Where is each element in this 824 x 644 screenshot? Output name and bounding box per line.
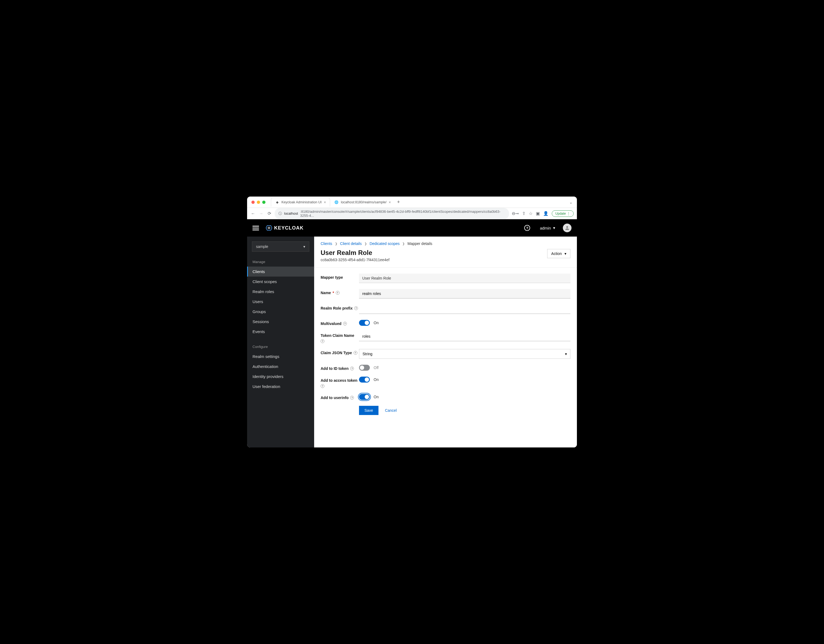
token-claim-input[interactable] <box>359 332 570 341</box>
toolbar-icons: ⊖⊸ ⇧ ☆ ▣ 👤 Update⋮ <box>512 211 573 217</box>
id-token-toggle[interactable] <box>359 365 370 370</box>
person-icon <box>564 225 570 231</box>
sidebar-item-client-scopes[interactable]: Client scopes <box>247 277 314 287</box>
sidebar-item-clients[interactable]: Clients <box>247 267 314 277</box>
avatar[interactable] <box>563 224 572 232</box>
minimize-window-icon[interactable] <box>257 201 260 204</box>
help-icon[interactable]: ? <box>336 291 340 295</box>
required-indicator: * <box>332 290 334 295</box>
svg-point-2 <box>566 226 568 228</box>
caret-down-icon: ▾ <box>303 244 305 249</box>
close-tab-icon[interactable]: × <box>389 200 391 204</box>
label-realm-role-prefix: Realm Role prefix <box>321 306 352 310</box>
help-icon[interactable]: ? <box>321 339 324 343</box>
password-key-icon[interactable]: ⊖⊸ <box>512 211 519 216</box>
browser-tabs: ◆ Keycloak Administration UI × 🌐 localho… <box>271 198 402 207</box>
breadcrumb-link-dedicated-scopes[interactable]: Dedicated scopes <box>370 241 400 246</box>
help-icon[interactable]: ? <box>321 384 324 388</box>
titlebar: ◆ Keycloak Administration UI × 🌐 localho… <box>247 197 577 208</box>
toggle-state-text: On <box>374 395 379 399</box>
sidebar-item-groups[interactable]: Groups <box>247 307 314 317</box>
bookmark-icon[interactable]: ☆ <box>529 211 533 216</box>
globe-favicon-icon: 🌐 <box>334 200 339 204</box>
tab-title: Keycloak Administration UI <box>281 200 322 204</box>
menu-toggle-button[interactable] <box>252 225 259 231</box>
sidebar-item-realm-roles[interactable]: Realm roles <box>247 287 314 297</box>
label-name: Name <box>321 290 331 295</box>
help-icon[interactable]: ? <box>354 351 357 355</box>
toggle-state-text: On <box>374 321 379 325</box>
sidebar-item-events[interactable]: Events <box>247 327 314 337</box>
label-mapper-type: Mapper type <box>321 274 359 280</box>
help-button[interactable]: ? <box>524 225 530 231</box>
keycloak-logo[interactable]: KEYCLOAK <box>266 224 304 231</box>
page-title: User Realm Role <box>321 249 390 257</box>
url-path: :8180/admin/master/console/#/sample/clie… <box>300 209 505 218</box>
toggle-state-text: Off <box>374 366 378 370</box>
label-add-to-userinfo: Add to userinfo <box>321 395 349 400</box>
username: admin <box>540 226 551 231</box>
name-input[interactable] <box>359 289 570 298</box>
close-window-icon[interactable] <box>251 201 255 204</box>
url-host: localhost <box>284 211 298 215</box>
save-button[interactable]: Save <box>359 406 378 415</box>
kebab-icon: ⋮ <box>567 212 570 215</box>
help-icon[interactable]: ? <box>354 306 358 310</box>
breadcrumb-link-clients[interactable]: Clients <box>321 241 332 246</box>
browser-tab-localhost[interactable]: 🌐 localhost:8180/realms/sample/ × <box>331 198 395 207</box>
breadcrumb-link-client-details[interactable]: Client details <box>340 241 362 246</box>
help-icon[interactable]: ? <box>343 322 347 326</box>
back-button[interactable]: ← <box>251 211 256 216</box>
label-token-claim-name: Token Claim Name <box>321 334 354 338</box>
reload-button[interactable]: ⟳ <box>267 211 272 216</box>
brand-text: KEYCLOAK <box>274 225 304 231</box>
address-bar: ← → ⟳ ⓘ localhost:8180/admin/master/cons… <box>247 208 577 219</box>
profile-icon[interactable]: 👤 <box>543 211 549 216</box>
userinfo-toggle[interactable] <box>359 394 370 400</box>
sidebar-item-identity-providers[interactable]: Identity providers <box>247 372 314 381</box>
page-header: User Realm Role cc8a0b63-3255-4f54-a8d1-… <box>314 248 577 267</box>
update-button[interactable]: Update⋮ <box>552 211 573 217</box>
sidebar-item-realm-settings[interactable]: Realm settings <box>247 352 314 361</box>
share-icon[interactable]: ⇧ <box>522 211 526 216</box>
app-topbar: KEYCLOAK ? admin ▾ <box>247 219 577 237</box>
help-icon[interactable]: ? <box>350 396 354 400</box>
traffic-lights <box>251 201 266 204</box>
prefix-input[interactable] <box>359 304 570 314</box>
sidebar-item-authentication[interactable]: Authentication <box>247 361 314 372</box>
breadcrumb-current: Mapper details <box>407 241 432 246</box>
content-area: Clients ❯ Client details ❯ Dedicated sco… <box>314 237 577 447</box>
maximize-window-icon[interactable] <box>262 201 266 204</box>
multivalued-toggle[interactable] <box>359 320 370 326</box>
user-menu[interactable]: admin ▾ <box>540 226 555 231</box>
sidebar-item-users[interactable]: Users <box>247 297 314 307</box>
page-subtitle: cc8a0b63-3255-4f54-a8d1-7f44311ee4ef <box>321 258 390 262</box>
action-menu-button[interactable]: Action ▾ <box>547 249 570 258</box>
keycloak-favicon-icon: ◆ <box>275 200 279 204</box>
browser-window: ◆ Keycloak Administration UI × 🌐 localho… <box>247 197 577 447</box>
close-tab-icon[interactable]: × <box>324 200 326 204</box>
tabs-overflow-icon[interactable]: ⌄ <box>569 200 573 204</box>
chevron-right-icon: ❯ <box>364 242 367 246</box>
json-type-select[interactable]: String ▾ <box>359 349 570 359</box>
sidebar-item-sessions[interactable]: Sessions <box>247 317 314 327</box>
extensions-icon[interactable]: ▣ <box>536 211 540 216</box>
label-claim-json-type: Claim JSON Type <box>321 350 352 355</box>
field-mapper-type: User Realm Role <box>359 274 570 283</box>
label-multivalued: Multivalued <box>321 321 341 326</box>
chevron-right-icon: ❯ <box>335 242 337 246</box>
browser-tab-keycloak[interactable]: ◆ Keycloak Administration UI × <box>271 198 330 207</box>
sidebar-item-user-federation[interactable]: User federation <box>247 381 314 392</box>
help-icon[interactable]: ? <box>350 367 354 370</box>
forward-button[interactable]: → <box>258 211 264 216</box>
cancel-button[interactable]: Cancel <box>385 406 397 415</box>
realm-selector[interactable]: sample ▾ <box>252 241 309 252</box>
label-add-to-id-token: Add to ID token <box>321 366 349 370</box>
caret-down-icon: ▾ <box>553 226 555 231</box>
access-token-toggle[interactable] <box>359 377 370 383</box>
new-tab-button[interactable]: + <box>395 199 402 205</box>
url-input[interactable]: ⓘ localhost:8180/admin/master/console/#/… <box>275 208 509 219</box>
site-info-icon[interactable]: ⓘ <box>278 211 282 216</box>
mapper-form: Mapper type User Realm Role Name * ? Rea… <box>314 267 577 421</box>
tab-title: localhost:8180/realms/sample/ <box>341 200 387 204</box>
